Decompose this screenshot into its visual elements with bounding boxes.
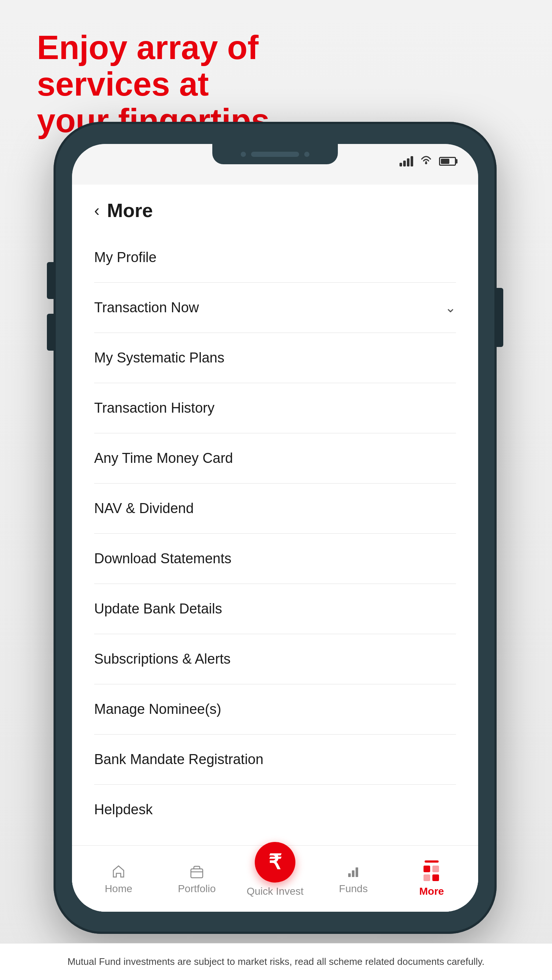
phone-screen: ‹ More My Profile Transaction Now ⌄ My S… [72,144,478,912]
menu-item-label: Bank Mandate Registration [94,751,263,767]
menu-item-label: Helpdesk [94,802,153,818]
nav-item-home[interactable]: Home [80,863,157,895]
menu-item-label: My Profile [94,250,157,266]
menu-item-label: Any Time Money Card [94,450,233,466]
sensor [304,152,309,157]
menu-list: My Profile Transaction Now ⌄ My Systemat… [72,232,478,845]
speaker-grille [251,152,299,157]
menu-item-transaction-history[interactable]: Transaction History [94,383,456,433]
menu-item-manage-nominees[interactable]: Manage Nominee(s) [94,684,456,735]
menu-item-download-statements[interactable]: Download Statements [94,534,456,584]
menu-item-nav-dividend[interactable]: NAV & Dividend [94,484,456,534]
page-title: More [107,199,153,221]
menu-item-label: Download Statements [94,551,232,566]
svg-rect-1 [191,869,203,878]
nav-label-portfolio: Portfolio [178,883,216,895]
status-bar [72,144,478,185]
svg-rect-5 [356,867,358,877]
battery-icon [439,157,456,166]
menu-item-label: My Systematic Plans [94,350,224,366]
menu-item-label: Transaction History [94,400,215,416]
nav-label-more: More [420,886,444,897]
menu-item-any-time-money-card[interactable]: Any Time Money Card [94,433,456,484]
notch [212,144,338,164]
nav-item-more[interactable]: More [393,861,471,897]
power-button [496,288,503,347]
menu-item-bank-mandate-registration[interactable]: Bank Mandate Registration [94,735,456,785]
menu-item-update-bank-details[interactable]: Update Bank Details [94,584,456,634]
status-icons [399,155,456,167]
disclaimer-text: Mutual Fund investments are subject to m… [68,955,485,968]
bottom-nav: Home Portfolio ₹ Quick Invest [72,845,478,912]
menu-item-label: NAV & Dividend [94,501,194,516]
app-header: ‹ More [72,185,478,232]
menu-item-label: Subscriptions & Alerts [94,651,231,667]
front-camera [241,152,246,157]
menu-item-my-profile[interactable]: My Profile [94,232,456,283]
menu-item-label: Transaction Now [94,300,199,316]
phone-shell: ‹ More My Profile Transaction Now ⌄ My S… [54,122,496,934]
menu-item-helpdesk[interactable]: Helpdesk [94,785,456,835]
nav-label-funds: Funds [339,883,368,895]
wifi-icon [420,155,433,167]
home-icon [110,863,127,879]
funds-icon [345,863,361,879]
volume-down-button [47,314,54,351]
disclaimer-bar: Mutual Fund investments are subject to m… [0,943,552,980]
nav-label-quick-invest: Quick Invest [247,886,304,897]
nav-item-portfolio[interactable]: Portfolio [157,863,236,895]
back-button[interactable]: ‹ [94,202,100,218]
more-active-indicator [425,861,439,862]
signal-icon [399,156,413,167]
nav-item-funds[interactable]: Funds [314,863,393,895]
svg-rect-4 [352,870,355,877]
chevron-down-icon: ⌄ [445,300,456,316]
rupee-icon: ₹ [269,850,282,874]
volume-up-button [47,262,54,299]
nav-label-home: Home [105,883,132,895]
app-content: ‹ More My Profile Transaction Now ⌄ My S… [72,185,478,912]
svg-point-0 [425,162,427,164]
quick-invest-fab-circle: ₹ [255,842,295,883]
svg-rect-3 [348,873,351,877]
menu-item-transaction-now[interactable]: Transaction Now ⌄ [94,283,456,333]
more-grid-icon [423,865,440,882]
menu-item-subscriptions-alerts[interactable]: Subscriptions & Alerts [94,634,456,684]
menu-item-label: Manage Nominee(s) [94,701,221,717]
portfolio-icon [189,863,205,879]
menu-item-my-systematic-plans[interactable]: My Systematic Plans [94,333,456,383]
nav-item-quick-invest[interactable]: ₹ Quick Invest [236,861,314,897]
menu-item-label: Update Bank Details [94,601,222,617]
